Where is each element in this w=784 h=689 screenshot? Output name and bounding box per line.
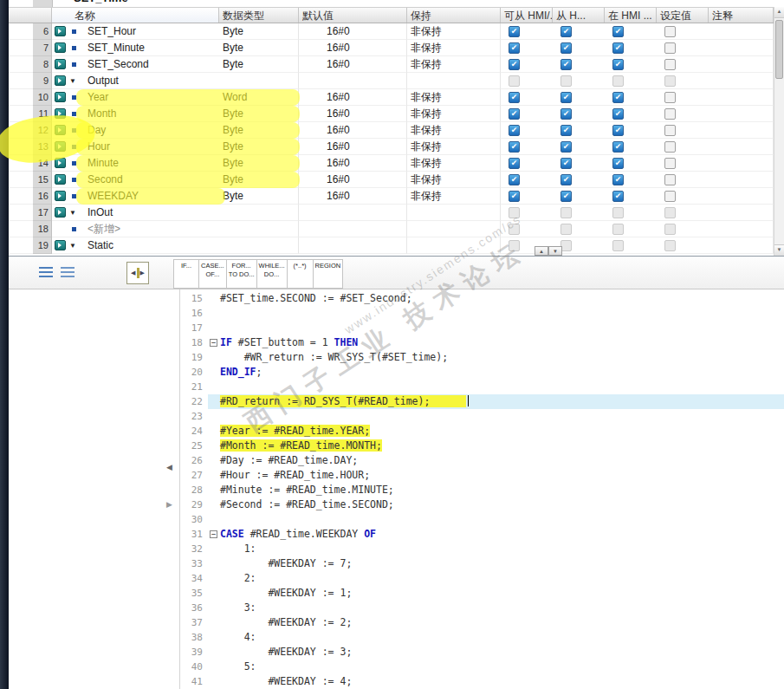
comment-cell[interactable] [709,122,774,139]
code-line[interactable]: 37 #WEEKDAY := 2; [180,615,784,630]
code-line[interactable]: 29#Second := #READ_time.SECOND; [180,497,784,512]
retain-cell[interactable] [407,205,501,221]
table-row[interactable]: 15SecondByte16#0非保持✔✔✔ [9,172,774,188]
table-row[interactable]: 8SET_SecondByte16#0非保持✔✔✔ [9,56,774,73]
snippet-button[interactable]: CASE... OF... [199,259,227,289]
checkbox-cell[interactable]: ✔ [501,89,553,106]
scrollbar-up-arrow-icon[interactable]: ▲ [774,7,784,18]
retain-cell[interactable]: 非保持 [407,106,501,122]
checkbox-cell[interactable] [605,205,657,221]
column-header-name[interactable]: 名称 [52,8,219,23]
split-editor-button[interactable]: ◀▶ [126,262,149,284]
comment-cell[interactable] [709,23,774,40]
checkbox[interactable] [664,174,676,185]
code-line[interactable]: 41 #WEEKDAY := 4; [180,674,784,689]
column-header-datatype[interactable]: 数据类型 [219,8,299,23]
datatype-cell[interactable]: Byte [219,139,299,155]
retain-cell[interactable] [407,221,501,237]
default-cell[interactable]: 16#0 [299,23,407,40]
checkbox[interactable] [509,207,520,218]
comment-cell[interactable] [709,89,774,106]
checkbox-cell[interactable]: ✔ [605,23,657,40]
code-area[interactable]: 15#SET_time.SECOND := #SET_Second;161718… [180,289,784,689]
comment-cell[interactable] [709,221,774,237]
name-cell[interactable]: Minute [52,155,219,172]
checkbox-cell[interactable] [501,205,553,221]
snippet-button[interactable]: WHILE... DO... [257,259,288,289]
checkbox[interactable]: ✔ [612,42,624,54]
checkbox[interactable] [664,59,676,70]
checkbox[interactable]: ✔ [509,42,520,54]
checkbox-cell[interactable]: ✔ [553,40,605,56]
table-row[interactable]: 19▼Static [9,237,774,254]
name-cell[interactable]: SET_Second [52,56,219,73]
checkbox-cell[interactable]: ✔ [553,89,605,106]
checkbox-cell[interactable]: ✔ [501,139,553,155]
checkbox[interactable]: ✔ [509,191,520,202]
collapse-left-arrow-icon[interactable]: ◀ [166,463,172,471]
checkbox-cell[interactable]: ✔ [501,40,553,56]
checkbox[interactable]: ✔ [612,59,624,70]
name-cell[interactable]: SET_Minute [52,40,219,56]
checkbox[interactable]: ✔ [560,26,572,37]
checkbox[interactable]: ✔ [560,42,572,54]
checkbox-cell[interactable]: ✔ [605,89,657,106]
checkbox-cell[interactable]: ✔ [501,23,553,40]
checkbox-cell[interactable] [605,73,657,89]
checkbox[interactable]: ✔ [509,108,520,120]
comment-cell[interactable] [709,139,774,155]
checkbox-cell[interactable] [657,23,709,40]
checkbox[interactable]: ✔ [560,92,572,103]
scroll-up-button[interactable]: ▲ [535,246,548,256]
datatype-cell[interactable] [219,205,299,221]
name-cell[interactable]: ▼Output [52,73,219,89]
retain-cell[interactable]: 非保持 [407,23,501,40]
comment-cell[interactable] [709,237,774,254]
checkbox-cell[interactable]: ✔ [605,56,657,73]
code-line[interactable]: 19 #WR_return := WR_SYS_T(#SET_time); [180,350,784,365]
checkbox[interactable] [664,191,676,202]
checkbox-cell[interactable] [657,40,709,56]
default-cell[interactable] [299,221,407,237]
datatype-cell[interactable]: Byte [219,106,299,122]
checkbox-cell[interactable]: ✔ [553,106,605,122]
comment-cell[interactable] [709,73,774,89]
checkbox-cell[interactable]: ✔ [501,188,553,205]
checkbox[interactable]: ✔ [612,174,624,185]
name-cell[interactable]: ▼Static [52,237,219,254]
retain-cell[interactable]: 非保持 [407,89,501,106]
retain-cell[interactable]: 非保持 [407,56,501,73]
checkbox[interactable] [509,240,520,251]
retain-cell[interactable]: 非保持 [407,40,501,56]
name-cell[interactable]: Second [52,172,219,188]
checkbox-cell[interactable]: ✔ [605,188,657,205]
checkbox-cell[interactable]: ✔ [605,155,657,172]
default-cell[interactable] [299,73,407,89]
code-line[interactable]: 36 3: [180,601,784,615]
checkbox[interactable] [612,75,624,87]
fold-toggle-icon[interactable]: − [210,339,217,347]
table-row[interactable]: 9▼Output [9,73,774,89]
checkbox[interactable] [664,26,676,37]
retain-cell[interactable]: 非保持 [407,139,501,155]
checkbox-cell[interactable] [657,73,709,89]
checkbox-cell[interactable]: ✔ [501,56,553,73]
comment-cell[interactable] [709,40,774,56]
default-cell[interactable]: 16#0 [299,56,407,73]
code-line[interactable]: 23 [180,409,784,424]
comment-cell[interactable] [709,56,774,73]
code-line[interactable]: 40 5: [180,660,784,674]
checkbox[interactable] [664,141,676,153]
checkbox[interactable] [509,75,520,87]
checkbox-cell[interactable]: ✔ [605,172,657,188]
table-row[interactable]: 6SET_HourByte16#0非保持✔✔✔ [9,23,774,40]
checkbox-cell[interactable]: ✔ [553,122,605,139]
table-row[interactable]: 14MinuteByte16#0非保持✔✔✔ [9,155,774,172]
comment-cell[interactable] [709,188,774,205]
code-line[interactable]: 21 [180,380,784,394]
checkbox[interactable]: ✔ [560,108,572,120]
code-line[interactable]: 17 [180,321,784,335]
checkbox[interactable]: ✔ [509,141,520,153]
expand-right-arrow-icon[interactable]: ▶ [166,500,172,509]
name-cell[interactable]: SET_Hour [52,23,219,40]
